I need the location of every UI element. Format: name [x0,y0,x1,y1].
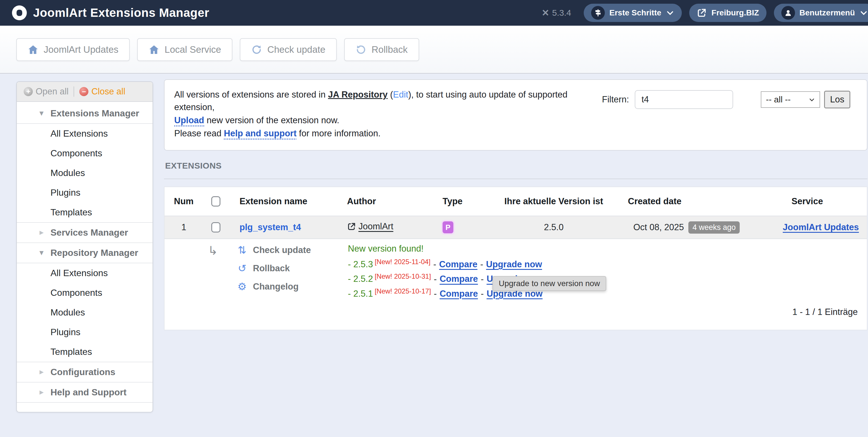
sidebar-item-templates[interactable]: Templates [17,203,153,222]
check-update-button[interactable]: Check update [240,38,337,61]
col-num: Num [174,196,194,206]
table-row: 1 plg_system_t4 JoomlArt P 2.5.0 Oct 08,… [164,216,867,239]
chevron-down-icon [808,96,815,103]
plus-circle-icon: + [24,87,33,96]
compare-link[interactable]: Compare [440,289,478,299]
sidebar-item-repository-manager[interactable]: ▾Repository Manager [17,243,153,263]
sidebar-item-modules[interactable]: Modules [17,163,153,183]
plugin-type-badge: P [442,221,454,233]
local-service-label: Local Service [164,44,221,55]
edit-link[interactable]: Edit [393,90,408,99]
triangle-expanded-icon: ▾ [40,248,43,257]
rollback-button[interactable]: Rollback [344,38,419,61]
sidebar-header: + Open all – Close all [17,82,153,102]
sidebar-item-extensions-manager[interactable]: ▾Extensions Manager [17,104,153,124]
col-current-version: Ihre aktuelle Version ist [504,196,603,206]
user-menu[interactable]: Benutzermenü [774,4,868,22]
sidebar-item-all-extensions-2[interactable]: All Extensions [17,263,153,283]
col-service: Service [792,196,823,206]
col-extension-name: Extension name [229,196,340,206]
info-line2-text: new version of the extension now. [204,115,339,125]
triangle-collapsed-icon: ▸ [40,388,43,397]
author-link[interactable]: JoomlArt [347,221,393,232]
sidebar-item-help-and-support[interactable]: ▸Help and Support [17,382,153,403]
go-group: -- all -- Los [761,91,850,108]
row-actions: ⇅Check update ↺Rollback ⚙Changelog [237,244,311,293]
user-menu-label: Benutzermenü [800,8,855,18]
erste-schritte-label: Erste Schritte [609,8,661,18]
check-update-label: Check update [267,44,326,55]
extensions-table: Num Extension name Author Type Ihre aktu… [164,186,867,330]
ja-repository-link[interactable]: JA Repository [328,90,388,99]
new-tag: [New! 2025-10-31] [375,272,431,280]
triangle-expanded-icon: ▾ [40,109,43,118]
joomla-version-number: 5.3.4 [552,8,571,18]
version-number: - 2.5.3 [348,259,373,269]
row-num: 1 [181,222,186,232]
rollback-action[interactable]: ↺Rollback [237,262,311,274]
joomlart-updates-label: JoomlArt Updates [43,44,118,55]
erste-schritte-menu[interactable]: Erste Schritte [584,4,682,22]
check-update-action[interactable]: ⇅Check update [237,244,311,256]
version-number: - 2.5.2 [348,274,373,284]
col-created-date: Created date [622,196,748,206]
type-filter-select[interactable]: -- all -- [761,91,820,108]
select-value: -- all -- [766,95,791,105]
home-icon [28,44,38,55]
compare-link[interactable]: Compare [439,259,477,269]
sidebar-item-services-manager[interactable]: ▸Services Manager [17,222,153,243]
joomlart-logo-icon [12,5,27,20]
sidebar-item-all-extensions[interactable]: All Extensions [17,124,153,144]
filter-label: Filtern: [602,94,629,105]
info-card: All versions of extensions are stored in… [164,79,867,151]
home-icon [149,44,159,55]
local-service-button[interactable]: Local Service [137,38,232,61]
row-detail: ↳ ⇅Check update ↺Rollback ⚙Changelog New… [164,239,867,299]
sidebar-item-plugins[interactable]: Plugins [17,183,153,203]
created-date: Oct 08, 2025 [633,222,684,232]
new-tag: [New! 2025-10-17] [375,287,431,295]
sidebar-item-modules-2[interactable]: Modules [17,303,153,322]
undo-icon [355,44,366,55]
chevron-down-icon [860,8,868,17]
go-button[interactable]: Los [824,91,850,108]
filter-input[interactable] [635,90,733,109]
compare-link[interactable]: Compare [440,274,478,284]
history-icon: ↺ [237,262,248,274]
upgrade-now-link[interactable]: Upgrade now [486,259,542,269]
minus-circle-icon: – [79,87,88,96]
col-type: Type [428,196,485,206]
service-link[interactable]: JoomlArt Updates [783,222,859,232]
sidebar-item-templates-2[interactable]: Templates [17,342,153,362]
freiburg-biz-label: Freiburg.BIZ [711,8,759,18]
close-all-button[interactable]: – Close all [79,86,125,97]
time-ago-badge: 4 weeks ago [688,221,740,234]
signpost-icon [591,6,605,20]
navbar-right: ✕ 5.3.4 Erste Schritte Freiburg.BIZ Benu… [541,0,868,26]
close-all-label: Close all [91,86,125,97]
sidebar-tree: + Open all – Close all ▾Extensions Manag… [16,81,153,412]
table-header-row: Num Extension name Author Type Ihre aktu… [164,187,867,216]
select-all-checkbox[interactable] [211,196,220,206]
sidebar-item-plugins-2[interactable]: Plugins [17,322,153,342]
sidebar-item-components-2[interactable]: Components [17,283,153,303]
upgrade-tooltip: Upgrade to new version now [492,276,606,291]
row-checkbox[interactable] [211,222,220,232]
sidebar-item-configurations[interactable]: ▸Configurations [17,362,153,382]
sidebar-item-components[interactable]: Components [17,144,153,163]
open-all-button[interactable]: + Open all [24,86,68,97]
extension-name-link[interactable]: plg_system_t4 [240,222,301,232]
changelog-action[interactable]: ⚙Changelog [237,281,311,293]
info-text: All versions of extensions are stored in… [174,88,585,140]
created-date-cell: Oct 08, 2025 4 weeks ago [633,221,748,234]
open-all-label: Open all [36,86,68,97]
joomlart-updates-button[interactable]: JoomlArt Updates [16,38,130,61]
freiburg-biz-link[interactable]: Freiburg.BIZ [689,4,766,22]
help-and-support-link[interactable]: Help and support [224,128,297,138]
new-versions-list: New version found! - 2.5.3[New! 2025-11-… [348,243,542,302]
divider [73,86,74,97]
upload-link[interactable]: Upload [174,115,204,125]
joomla-logo-icon: ✕ [541,7,549,18]
brand: JoomlArt Extensions Manager [12,5,209,20]
info-line1-text: All versions of extensions are stored in [174,90,328,99]
